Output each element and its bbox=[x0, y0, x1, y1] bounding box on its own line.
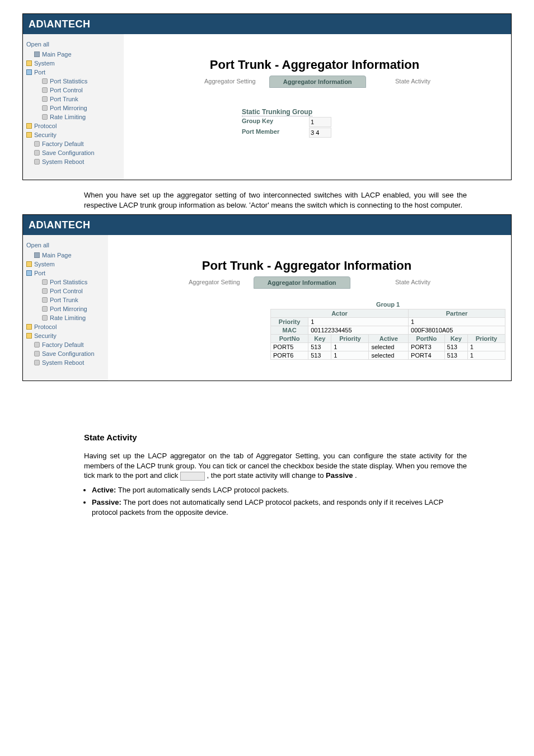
cell: PORT4 bbox=[409, 351, 445, 360]
sidebar-security[interactable]: Security bbox=[34, 331, 57, 340]
cell: 1 bbox=[467, 351, 505, 360]
state-activity-heading: State Activity bbox=[84, 433, 467, 442]
folder-icon bbox=[26, 123, 32, 129]
sidebar-rate-limiting[interactable]: Rate Limiting bbox=[50, 112, 86, 121]
doc-icon bbox=[42, 114, 48, 120]
sidebar-port-statistics[interactable]: Port Statistics bbox=[50, 278, 87, 287]
folder-icon bbox=[26, 333, 32, 339]
lacp-table: Actor Partner Priority 1 1 MAC 001122334… bbox=[270, 309, 505, 360]
portno-b-header: PortNo bbox=[409, 335, 445, 343]
sidebar-main-page[interactable]: Main Page bbox=[42, 50, 72, 59]
doc-icon bbox=[34, 342, 40, 348]
screenshot-aggregator-lacp: AD\ANTECH Industrial S Open all Main Pag… bbox=[22, 214, 512, 381]
pri-a-header: Priority bbox=[331, 335, 369, 343]
folder-icon bbox=[26, 261, 32, 267]
sidebar-security[interactable]: Security bbox=[34, 130, 57, 139]
tab-aggregator-setting[interactable]: Aggregator Setting bbox=[175, 276, 254, 289]
doc-icon bbox=[34, 141, 40, 147]
paragraph-1: When you have set up the aggregator sett… bbox=[84, 190, 467, 210]
sidebar-port-trunk[interactable]: Port Trunk bbox=[50, 295, 78, 304]
cell: PORT6 bbox=[271, 351, 308, 360]
sidebar-system-reboot[interactable]: System Reboot bbox=[42, 358, 84, 367]
partner-header: Partner bbox=[409, 309, 505, 318]
doc-icon bbox=[34, 150, 40, 156]
passive-label: Passive: bbox=[92, 498, 121, 506]
sidebar-save-config[interactable]: Save Configuration bbox=[42, 349, 95, 358]
sidebar-port[interactable]: Port bbox=[34, 68, 45, 77]
key-a-header: Key bbox=[308, 335, 331, 343]
sidebar-port-trunk[interactable]: Port Trunk bbox=[50, 95, 78, 104]
sidebar-port-mirroring[interactable]: Port Mirroring bbox=[50, 304, 87, 313]
cell: selected bbox=[369, 351, 409, 360]
sidebar-system-reboot[interactable]: System Reboot bbox=[42, 157, 84, 166]
cell: 1 bbox=[467, 343, 505, 351]
sidebar-open-all[interactable]: Open all bbox=[26, 40, 120, 49]
doc-icon bbox=[42, 87, 48, 93]
sidebar-port-control[interactable]: Port Control bbox=[50, 86, 83, 95]
para2-text-b: , the port state activity will change to bbox=[207, 471, 326, 480]
doc-icon bbox=[42, 279, 48, 285]
sidebar-open-all[interactable]: Open all bbox=[26, 241, 105, 250]
folder-icon bbox=[26, 60, 32, 66]
sidebar-port-mirroring[interactable]: Port Mirroring bbox=[50, 104, 87, 112]
table-row: PORT6 513 1 selected PORT4 513 1 bbox=[271, 351, 505, 360]
actor-priority: 1 bbox=[308, 318, 409, 326]
active-label: Active: bbox=[92, 486, 116, 494]
port-member-label: Port Member bbox=[242, 127, 309, 138]
sidebar-save-config[interactable]: Save Configuration bbox=[42, 148, 95, 157]
page-title: Port Trunk - Aggregator Information bbox=[124, 58, 505, 72]
paragraph-2: Having set up the LACP aggregator on the… bbox=[84, 451, 467, 481]
page-icon bbox=[34, 252, 40, 258]
portno-a-header: PortNo bbox=[271, 335, 308, 343]
sidebar-main-page[interactable]: Main Page bbox=[42, 251, 72, 260]
list-item: Active: The port automatically sends LAC… bbox=[92, 485, 467, 495]
sidebar-rate-limiting[interactable]: Rate Limiting bbox=[50, 313, 86, 322]
group-key-value: 1 bbox=[309, 117, 331, 127]
brand-logo: AD\ANTECH bbox=[29, 219, 91, 231]
folder-icon bbox=[26, 324, 32, 330]
page-title: Port Trunk - Aggregator Information bbox=[108, 259, 505, 273]
sidebar-system[interactable]: System bbox=[34, 59, 55, 68]
sidebar-system[interactable]: System bbox=[34, 260, 55, 269]
tab-state-activity[interactable]: State Activity bbox=[382, 276, 444, 289]
sidebar-port-control[interactable]: Port Control bbox=[50, 287, 83, 295]
active-text: The port automatically sends LACP protoc… bbox=[116, 486, 289, 494]
header-bar: AD\ANTECH bbox=[23, 14, 511, 34]
sidebar-protocol[interactable]: Protocol bbox=[34, 121, 57, 130]
apply-button-placeholder[interactable] bbox=[180, 472, 205, 481]
tab-aggregator-information[interactable]: Aggregator Information bbox=[269, 76, 366, 88]
tab-aggregator-information[interactable]: Aggregator Information bbox=[254, 276, 350, 289]
sidebar: Open all Main Page System Port Port Stat… bbox=[23, 34, 124, 180]
doc-icon bbox=[34, 159, 40, 165]
cell: 1 bbox=[331, 351, 369, 360]
content-pane: Port Trunk - Aggregator Information Aggr… bbox=[124, 34, 511, 180]
group-key-label: Group Key bbox=[242, 116, 309, 127]
tab-state-activity[interactable]: State Activity bbox=[382, 76, 444, 88]
tab-aggregator-setting[interactable]: Aggregator Setting bbox=[191, 76, 269, 88]
sidebar-port-statistics[interactable]: Port Statistics bbox=[50, 77, 87, 86]
doc-icon bbox=[34, 360, 40, 365]
doc-icon bbox=[42, 315, 48, 321]
doc-icon bbox=[42, 288, 48, 294]
doc-icon bbox=[42, 78, 48, 84]
cell: PORT5 bbox=[271, 343, 308, 351]
sidebar-factory-default[interactable]: Factory Default bbox=[42, 139, 84, 148]
sidebar-protocol[interactable]: Protocol bbox=[34, 322, 57, 331]
tab-bar: Aggregator Setting Aggregator Informatio… bbox=[175, 276, 505, 289]
folder-icon bbox=[26, 132, 32, 138]
passive-text: The port does not automatically send LAC… bbox=[92, 498, 443, 516]
folder-open-icon bbox=[26, 69, 32, 75]
doc-icon bbox=[34, 351, 40, 356]
header-bar: AD\ANTECH bbox=[23, 215, 511, 235]
sidebar-factory-default[interactable]: Factory Default bbox=[42, 340, 84, 349]
static-trunking-title: Static Trunking Group bbox=[242, 108, 312, 116]
screenshot-aggregator-static: AD\ANTECH Industrial S Open all Main Pag… bbox=[22, 13, 512, 180]
doc-icon bbox=[42, 306, 48, 312]
priority-label: Priority bbox=[271, 318, 308, 326]
para2-passive: Passive bbox=[326, 471, 353, 480]
doc-icon bbox=[42, 105, 48, 111]
sidebar-port[interactable]: Port bbox=[34, 269, 45, 278]
partner-priority: 1 bbox=[409, 318, 505, 326]
active-header: Active bbox=[369, 335, 409, 343]
cell: 513 bbox=[444, 351, 467, 360]
